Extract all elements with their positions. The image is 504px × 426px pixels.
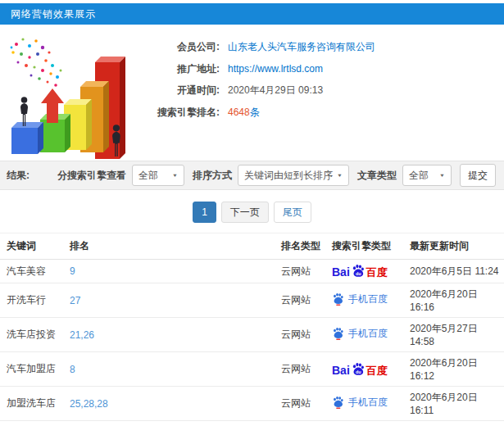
mobile-baidu-paw-icon (332, 396, 344, 409)
engine-select-value: 全部 (138, 169, 158, 183)
bar-chart-graphic (2, 29, 148, 159)
update-time-cell: 2020年6月5日 11:24 (410, 260, 504, 283)
confetti-dots (11, 38, 62, 86)
update-time-cell: 2020年6月20日 16:12 (410, 421, 504, 426)
sort-select-value: 关键词由短到长排序 (244, 169, 333, 183)
submit-button[interactable]: 提交 (460, 164, 496, 187)
engine-cell: 手机百度 (332, 283, 410, 318)
svg-text:du: du (356, 271, 361, 276)
rank-type-cell: 云网站 (281, 283, 332, 318)
chevron-down-icon: ▼ (172, 173, 178, 178)
company-link[interactable]: 山东老人头汽车服务咨询有限公司 (228, 36, 375, 58)
promo-url-label: 推广地址: (148, 58, 220, 80)
keyword-cell: 开洗车行 (0, 283, 70, 318)
rank-type-cell: 云网站 (281, 421, 332, 426)
businessman-left (20, 97, 28, 126)
rank-type-cell: 云网站 (281, 352, 332, 387)
company-label: 会员公司: (148, 36, 220, 58)
table-body: 汽车美容9云网站Baidu百度2020年6月5日 11:24开洗车行27云网站手… (0, 260, 504, 426)
last-page-button[interactable]: 尾页 (274, 202, 311, 223)
engine-cell: 手机百度 (332, 318, 410, 352)
results-table: 关键词排名排名类型搜索引擎类型最新更新时间 汽车美容9云网站Baidu百度202… (0, 233, 504, 426)
engine-cell: Baidu百度 (332, 260, 410, 283)
article-type-select[interactable]: 全部 ▼ (402, 165, 452, 186)
baidu-logo: Baidu百度 (332, 264, 388, 278)
update-time-cell: 2020年5月27日 14:58 (410, 318, 504, 352)
sort-select[interactable]: 关键词由短到长排序 ▼ (238, 165, 349, 186)
svg-text:du: du (356, 369, 361, 374)
member-info: 会员公司: 山东老人头汽车服务咨询有限公司 推广地址: https://www.… (148, 29, 375, 157)
column-header-3: 搜索引擎类型 (332, 233, 410, 260)
update-time-cell: 2020年6月20日 16:16 (410, 283, 504, 318)
table-row: 加盟洗车店25,28,28云网站手机百度2020年6月20日 16:11 (0, 387, 504, 421)
rank-cell: 27 (70, 283, 281, 318)
mobile-baidu-paw-icon (332, 292, 344, 306)
filter-bar: 结果: 分搜索引擎查看 全部 ▼ 排序方式 关键词由短到长排序 ▼ 文章类型 全… (0, 161, 504, 190)
baidu-paw-icon: du (351, 362, 366, 377)
mobile-baidu-logo: 手机百度 (332, 292, 388, 306)
info-row-rank-count: 搜索引擎排名: 4648条 (148, 102, 375, 124)
rank-value: 27 (70, 295, 80, 306)
article-type-value: 全部 (409, 169, 429, 183)
rank-count-value: 4648 (228, 106, 250, 118)
table-row: 洗车赚钱吗30云网站手机百度2020年6月20日 16:12 (0, 421, 504, 426)
column-header-2: 排名类型 (281, 233, 332, 260)
chevron-down-icon: ▼ (337, 173, 343, 178)
column-header-1: 排名 (70, 233, 281, 260)
keyword-cell: 加盟洗车店 (0, 387, 70, 421)
result-label: 结果: (7, 169, 30, 183)
next-page-button[interactable]: 下一页 (221, 202, 269, 223)
table-row: 洗车店投资21,26云网站手机百度2020年5月27日 14:58 (0, 318, 504, 352)
rank-value: 9 (70, 265, 75, 277)
mobile-baidu-logo: 手机百度 (332, 327, 388, 341)
rank-count-suffix: 条 (250, 106, 260, 118)
rank-value: 8 (70, 364, 75, 375)
rank-cell: 25,28,28 (70, 387, 281, 421)
table-row: 开洗车行27云网站手机百度2020年6月20日 16:16 (0, 283, 504, 318)
keyword-cell: 洗车赚钱吗 (0, 421, 70, 426)
keyword-cell: 洗车店投资 (0, 318, 70, 352)
open-time-label: 开通时间: (148, 79, 220, 102)
rank-cell: 30 (70, 421, 281, 426)
rank-cell: 9 (70, 260, 281, 283)
open-time-value: 2020年4月29日 09:13 (228, 79, 323, 102)
table-head-row: 关键词排名排名类型搜索引擎类型最新更新时间 (0, 233, 504, 260)
keyword-cell: 汽车美容 (0, 260, 70, 283)
page-1-button[interactable]: 1 (193, 202, 216, 223)
rank-type-cell: 云网站 (281, 387, 332, 421)
baidu-logo: Baidu百度 (332, 362, 388, 376)
bar-blue (11, 122, 43, 154)
baidu-paw-icon: du (351, 264, 366, 279)
engine-cell: Baidu百度 (332, 352, 410, 387)
info-row-open-time: 开通时间: 2020年4月29日 09:13 (148, 79, 375, 102)
column-header-0: 关键词 (0, 233, 70, 260)
engine-cell: 手机百度 (332, 421, 410, 426)
engine-select[interactable]: 全部 ▼ (132, 165, 184, 186)
update-time-cell: 2020年6月20日 16:12 (410, 352, 504, 387)
mobile-baidu-paw-icon (332, 327, 344, 340)
info-section: 会员公司: 山东老人头汽车服务咨询有限公司 推广地址: https://www.… (0, 25, 504, 161)
mobile-baidu-logo: 手机百度 (332, 396, 388, 410)
rank-cell: 8 (70, 352, 281, 387)
page-title: 网络营销效果展示 (11, 8, 96, 20)
table-row: 汽车加盟店8云网站Baidu百度2020年6月20日 16:12 (0, 352, 504, 387)
table-row: 汽车美容9云网站Baidu百度2020年6月5日 11:24 (0, 260, 504, 283)
rank-count-label: 搜索引擎排名: (148, 102, 220, 124)
keyword-cell: 汽车加盟店 (0, 352, 70, 387)
article-type-label: 文章类型 (357, 169, 397, 183)
info-row-url: 推广地址: https://www.lrtlsd.com (148, 58, 375, 80)
sort-filter-label: 排序方式 (193, 169, 232, 183)
pagination: 1 下一页 尾页 (0, 202, 504, 223)
engine-cell: 手机百度 (332, 387, 410, 421)
engine-filter-label: 分搜索引擎查看 (57, 169, 126, 183)
column-header-4: 最新更新时间 (410, 233, 504, 260)
rank-value: 21,26 (70, 329, 94, 341)
update-time-cell: 2020年6月20日 16:11 (410, 387, 504, 421)
app-header: 网络营销效果展示 (0, 3, 504, 25)
info-row-company: 会员公司: 山东老人头汽车服务咨询有限公司 (148, 36, 375, 58)
rank-type-cell: 云网站 (281, 318, 332, 352)
chevron-down-icon: ▼ (439, 173, 445, 178)
rank-type-cell: 云网站 (281, 260, 332, 283)
promo-url-link[interactable]: https://www.lrtlsd.com (228, 58, 323, 80)
rank-value: 25,28,28 (70, 398, 108, 410)
